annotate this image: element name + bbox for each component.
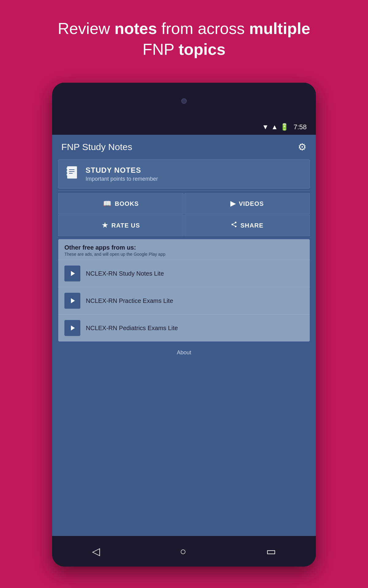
notebook-icon [65,165,79,183]
promo-text: Review notes from across multiple FNP to… [0,0,368,72]
promo-line1-suffix: from across [157,20,249,37]
promo-line2-prefix: FNP [143,40,179,58]
about-link[interactable]: About [52,343,316,362]
other-apps-section: Other free apps from us: These are ads, … [58,239,310,341]
svg-rect-4 [69,169,75,170]
books-button[interactable]: 📖 BOOKS [58,193,184,214]
promo-line1-prefix: Review [58,20,114,37]
svg-rect-5 [69,171,75,172]
rate-us-button[interactable]: ★ RATE US [58,215,184,236]
promo-line1-bold1: notes [114,20,157,37]
wifi-icon: ▼ [262,123,269,131]
svg-rect-3 [67,174,68,175]
study-notes-text: STUDY NOTES Important points to remember [86,166,158,182]
device-frame: ▼ ▲ 🔋 7:58 FNP Study Notes ⚙ [52,83,316,567]
study-notes-title: STUDY NOTES [86,166,158,175]
svg-rect-2 [67,171,68,172]
videos-icon: ▶ [230,200,236,208]
app-name-3: NCLEX-RN Pediatrics Exams Lite [86,325,178,332]
camera-dot [181,98,187,104]
promo-line1-bold2: multiple [249,20,310,37]
videos-label: VIDEOS [239,200,264,207]
camera-area [52,83,316,119]
books-icon: 📖 [103,200,112,208]
app-item-2[interactable]: NCLEX-RN Practice Exams Lite [58,287,310,314]
share-label: SHARE [240,222,263,229]
status-bar: ▼ ▲ 🔋 7:58 [52,119,316,135]
star-icon: ★ [102,221,108,229]
signal-icon: ▲ [271,123,278,131]
study-notes-card[interactable]: STUDY NOTES Important points to remember [58,159,310,189]
app-name-2: NCLEX-RN Practice Exams Lite [86,297,173,304]
app-icon-1 [64,266,80,281]
other-apps-subtitle: These are ads, and will open up the Goog… [64,252,304,257]
app-item-1[interactable]: NCLEX-RN Study Notes Lite [58,260,310,287]
rate-us-label: RATE US [111,222,140,229]
videos-button[interactable]: ▶ VIDEOS [184,193,310,214]
app-item-3[interactable]: NCLEX-RN Pediatrics Exams Lite [58,314,310,341]
status-icons: ▼ ▲ 🔋 7:58 [262,123,307,131]
battery-icon: 🔋 [280,123,289,131]
other-apps-title: Other free apps from us: [64,244,304,251]
home-button[interactable]: ○ [171,542,196,560]
recent-button[interactable]: ▭ [257,542,285,560]
back-button[interactable]: ◁ [83,542,109,560]
button-grid: 📖 BOOKS ▶ VIDEOS ★ RATE US SHARE [58,193,310,236]
promo-line2-bold: topics [178,40,225,58]
app-screen: FNP Study Notes ⚙ STUDY NOTES Important … [52,135,316,536]
app-icon-3 [64,320,80,336]
app-bar: FNP Study Notes ⚙ [52,135,316,159]
bottom-nav: ◁ ○ ▭ [52,536,316,567]
app-title: FNP Study Notes [61,142,132,152]
svg-rect-0 [67,166,77,179]
other-apps-header: Other free apps from us: These are ads, … [58,244,310,260]
divider-1 [58,190,310,191]
study-notes-subtitle: Important points to remember [86,176,158,182]
settings-icon[interactable]: ⚙ [298,141,307,153]
share-icon [231,221,237,230]
status-time: 7:58 [293,123,307,131]
share-button[interactable]: SHARE [184,215,310,236]
books-label: BOOKS [115,200,139,207]
svg-rect-1 [67,168,68,169]
svg-rect-6 [69,173,73,174]
app-icon-2 [64,293,80,309]
app-name-1: NCLEX-RN Study Notes Lite [86,270,164,277]
